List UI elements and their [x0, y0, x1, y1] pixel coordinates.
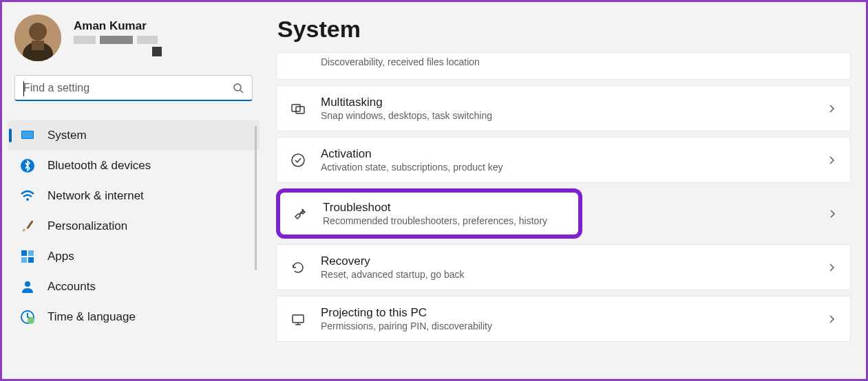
chevron-right-icon [827, 314, 836, 324]
svg-rect-14 [28, 257, 34, 263]
svg-point-4 [234, 84, 241, 91]
svg-rect-7 [22, 131, 33, 138]
card-title: Projecting to this PC [321, 306, 812, 320]
user-email-redacted [74, 36, 162, 44]
page-title: System [276, 2, 851, 52]
wifi-icon [20, 188, 35, 204]
card-desc: Snap windows, desktops, task switching [321, 110, 812, 121]
svg-point-15 [25, 281, 30, 287]
svg-point-17 [28, 317, 34, 324]
sidebar: Aman Kumar System Bluetooth & d [2, 2, 265, 379]
sidebar-item-apps[interactable]: Apps [8, 241, 260, 272]
card-projecting[interactable]: Projecting to this PC Permissions, pairi… [276, 296, 851, 342]
svg-line-5 [240, 90, 243, 93]
svg-point-9 [26, 198, 29, 201]
chevron-right-icon [827, 155, 836, 165]
content-area: System Discoverability, received files l… [276, 2, 866, 379]
bluetooth-icon [20, 158, 35, 173]
card-desc: Recommended troubleshooters, preferences… [323, 215, 566, 226]
settings-card-list: Discoverability, received files location… [276, 52, 851, 342]
nav-list: System Bluetooth & devices Network & int… [2, 120, 265, 332]
profile-section[interactable]: Aman Kumar [2, 14, 265, 75]
activation-icon [290, 153, 306, 168]
svg-rect-13 [21, 257, 27, 263]
card-multitasking[interactable]: Multitasking Snap windows, desktops, tas… [276, 85, 851, 131]
card-title: Recovery [321, 254, 812, 268]
chevron-right-icon [827, 263, 836, 272]
svg-point-20 [292, 154, 304, 166]
svg-rect-3 [32, 41, 44, 50]
personalization-icon [20, 219, 35, 234]
search-box[interactable] [14, 75, 253, 101]
card-title: Multitasking [321, 96, 812, 109]
nav-label: Apps [47, 250, 74, 263]
svg-rect-10 [26, 220, 33, 229]
card-desc: Permissions, pairing PIN, discoverabilit… [321, 320, 812, 331]
sidebar-item-personalization[interactable]: Personalization [8, 211, 260, 241]
sidebar-item-network[interactable]: Network & internet [8, 181, 260, 211]
nav-label: System [47, 129, 87, 142]
sidebar-item-time-language[interactable]: Time & language [8, 302, 260, 332]
card-title: Troubleshoot [323, 201, 566, 215]
sidebar-item-accounts[interactable]: Accounts [8, 272, 260, 302]
search-input[interactable] [23, 82, 233, 94]
card-title: Activation [321, 147, 812, 161]
time-language-icon [20, 309, 35, 325]
card-nearby[interactable]: Discoverability, received files location [276, 52, 851, 80]
card-recovery[interactable]: Recovery Reset, advanced startup, go bac… [276, 244, 851, 290]
nearby-icon [290, 54, 306, 69]
nav-label: Personalization [47, 219, 127, 233]
text-cursor [23, 81, 24, 96]
sidebar-item-bluetooth[interactable]: Bluetooth & devices [8, 151, 260, 181]
chevron-right-icon [827, 209, 837, 219]
profile-text: Aman Kumar [74, 19, 162, 56]
system-icon [20, 128, 35, 143]
card-desc: Reset, advanced startup, go back [321, 269, 812, 280]
apps-icon [20, 249, 35, 264]
sidebar-item-system[interactable]: System [8, 120, 260, 151]
search-icon [233, 83, 244, 94]
nav-label: Accounts [47, 280, 96, 294]
avatar [14, 14, 61, 61]
nav-label: Bluetooth & devices [47, 159, 151, 173]
card-desc: Discoverability, received files location [321, 56, 836, 67]
svg-rect-12 [28, 250, 34, 256]
card-desc: Activation state, subscriptions, product… [321, 162, 812, 173]
svg-rect-11 [21, 250, 27, 256]
recovery-icon [290, 260, 306, 275]
user-name: Aman Kumar [74, 19, 162, 33]
multitasking-icon [290, 101, 306, 116]
svg-point-1 [29, 23, 47, 41]
card-activation[interactable]: Activation Activation state, subscriptio… [276, 137, 851, 183]
accounts-icon [20, 279, 35, 294]
svg-rect-21 [293, 315, 304, 323]
redact-block [152, 47, 162, 56]
projecting-icon [290, 312, 306, 327]
chevron-right-icon [827, 104, 836, 113]
nav-label: Network & internet [47, 189, 144, 203]
nav-label: Time & language [47, 310, 136, 324]
troubleshoot-icon [293, 206, 308, 221]
card-troubleshoot[interactable]: Troubleshoot Recommended troubleshooters… [276, 188, 582, 239]
